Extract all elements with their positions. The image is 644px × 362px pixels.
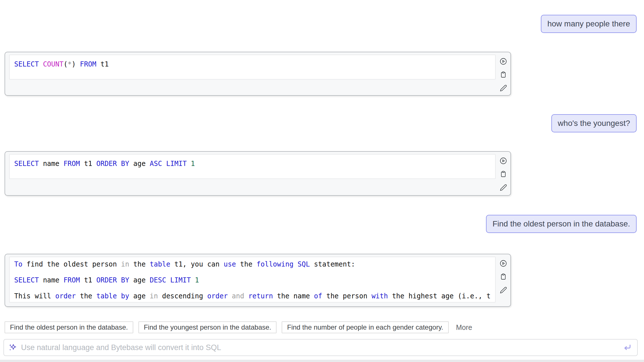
nl-input-bar: [3, 339, 638, 356]
submit-query-button[interactable]: [622, 342, 633, 353]
clipboard-icon: [499, 273, 507, 281]
edit-statement-button[interactable]: [499, 84, 507, 92]
sql-response-card: SELECT COUNT(*) FROM t1: [5, 52, 511, 96]
run-query-button[interactable]: [499, 259, 507, 267]
suggestion-chip[interactable]: Find the oldest person in the database.: [5, 321, 133, 333]
edit-statement-button[interactable]: [499, 184, 507, 192]
play-circle-icon: [499, 57, 507, 65]
sql-response-card: To find the oldest person in the table t…: [5, 254, 511, 307]
code-line: SELECT name FROM t1 ORDER BY age DESC LI…: [14, 275, 491, 285]
code-line: To find the oldest person in the table t…: [14, 259, 491, 269]
sparkle-ai-icon: [9, 343, 17, 352]
code-line: SELECT name FROM t1 ORDER BY age ASC LIM…: [14, 159, 491, 168]
clipboard-icon: [499, 71, 507, 79]
code-line: SELECT COUNT(*) FROM t1: [14, 59, 491, 69]
sql-code-block: SELECT name FROM t1 ORDER BY age ASC LIM…: [9, 154, 496, 179]
suggestion-chip[interactable]: Find the number of people in each gender…: [282, 321, 448, 333]
copy-statement-button[interactable]: [499, 170, 507, 178]
copy-statement-button[interactable]: [499, 273, 507, 281]
nl-query-input[interactable]: [21, 340, 619, 355]
sql-response-card: SELECT name FROM t1 ORDER BY age ASC LIM…: [5, 151, 511, 196]
sql-code-block: SELECT COUNT(*) FROM t1: [9, 55, 496, 80]
user-message-bubble: who's the youngest?: [551, 114, 637, 132]
sql-code-block: To find the oldest person in the table t…: [9, 257, 496, 303]
clipboard-icon: [499, 170, 507, 178]
pencil-icon: [499, 286, 507, 294]
run-query-button[interactable]: [499, 57, 507, 65]
pencil-icon: [499, 84, 507, 92]
play-circle-icon: [499, 259, 507, 267]
copy-statement-button[interactable]: [499, 71, 507, 79]
bottom-divider: [0, 360, 644, 362]
card-actions: [499, 157, 507, 192]
user-message-bubble: Find the oldest person in the database.: [486, 215, 637, 233]
suggestion-chips-row: Find the oldest person in the database. …: [5, 321, 472, 333]
user-message-bubble: how many people there: [541, 15, 637, 33]
code-line: This will order the table by age in desc…: [14, 291, 491, 301]
play-circle-icon: [499, 157, 507, 165]
more-suggestions-button[interactable]: More: [456, 323, 472, 332]
suggestion-chip[interactable]: Find the youngest person in the database…: [138, 321, 277, 333]
edit-statement-button[interactable]: [499, 286, 507, 294]
return-arrow-icon: [622, 343, 632, 352]
card-actions: [499, 57, 507, 92]
pencil-icon: [499, 184, 507, 192]
ai-sql-chat-panel: how many people there SELECT COUNT(*) FR…: [0, 0, 644, 362]
card-actions: [499, 259, 507, 294]
run-query-button[interactable]: [499, 157, 507, 165]
